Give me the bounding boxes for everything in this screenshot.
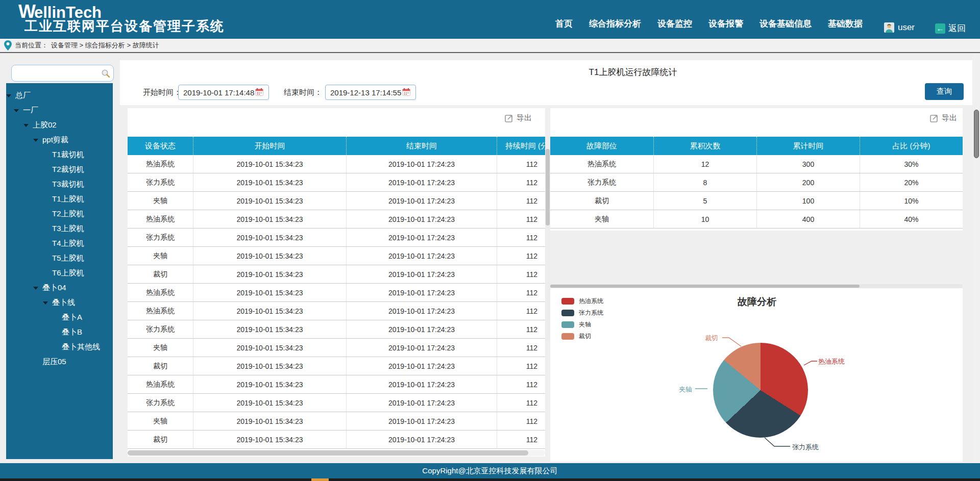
- table-cell: 112: [497, 247, 545, 265]
- nav-item-3[interactable]: 设备报警: [708, 18, 743, 30]
- tree-item[interactable]: T1裁切机: [6, 147, 113, 162]
- tree-item[interactable]: T2上胶机: [6, 207, 113, 221]
- left-table-v-scrollbar[interactable]: [545, 137, 550, 341]
- table-row[interactable]: 热油系统2019-10-01 15:34:232019-10-01 17:24:…: [128, 284, 545, 302]
- table-row[interactable]: 热油系统2019-10-01 15:34:232019-10-01 17:24:…: [128, 210, 545, 229]
- tree-item[interactable]: T6上胶机: [6, 266, 113, 281]
- table-row[interactable]: 热油系统2019-10-01 15:34:232019-10-01 17:24:…: [128, 302, 545, 320]
- nav-item-4[interactable]: 设备基础信息: [760, 18, 812, 30]
- right-panel-h-scrollbar[interactable]: [550, 284, 963, 288]
- tree-expand-arrow-icon[interactable]: [14, 109, 19, 112]
- tree-item[interactable]: 总厂: [6, 88, 113, 103]
- tree-item[interactable]: 叠卜线: [6, 295, 113, 310]
- table-cell: 2019-10-01 15:34:23: [193, 284, 346, 301]
- table-cell: 2019-10-01 15:34:23: [193, 247, 346, 265]
- table-cell: 2019-10-01 15:34:23: [193, 229, 346, 246]
- tree-item[interactable]: 叠卜其他线: [6, 340, 113, 355]
- tree-expand-arrow-icon[interactable]: [23, 124, 29, 127]
- tree-expand-arrow-icon[interactable]: [6, 94, 11, 97]
- table-cell: 2019-10-01 15:34:23: [193, 302, 346, 320]
- table-cell: 400: [756, 210, 860, 228]
- table-row[interactable]: 夹轴2019-10-01 15:34:232019-10-01 17:24:23…: [128, 247, 545, 265]
- nav-item-1[interactable]: 综合指标分析: [589, 18, 641, 30]
- left-table-h-thumb[interactable]: [128, 450, 528, 455]
- table-row[interactable]: 夹轴2019-10-01 15:34:232019-10-01 17:24:23…: [128, 192, 545, 210]
- column-header: 故障部位: [550, 137, 653, 155]
- nav-item-0[interactable]: 首页: [555, 18, 573, 30]
- tree-item-label: T6上胶机: [52, 268, 84, 278]
- tree-item[interactable]: 层压05: [6, 355, 113, 369]
- table-row[interactable]: 裁切2019-10-01 15:34:232019-10-01 17:24:23…: [128, 357, 545, 375]
- tree-item[interactable]: 上胶02: [6, 118, 113, 133]
- table-cell: 2019-10-01 15:34:23: [193, 192, 346, 210]
- tree-item[interactable]: ppt剪裁: [6, 133, 113, 147]
- tree-expand-arrow-icon[interactable]: [33, 287, 38, 290]
- tree-expand-arrow-icon[interactable]: [43, 301, 48, 305]
- table-row[interactable]: 裁切2019-10-01 15:34:232019-10-01 17:24:23…: [128, 431, 545, 449]
- nav-item-5[interactable]: 基础数据: [828, 18, 863, 30]
- left-table-h-scrollbar[interactable]: [128, 450, 545, 456]
- table-row[interactable]: 夹轴2019-10-01 15:34:232019-10-01 17:24:23…: [128, 412, 545, 431]
- table-cell: 12: [653, 155, 756, 173]
- table-header-row: 故障部位累积次数累计时间占比 (分钟): [550, 137, 963, 155]
- tree-item-label: 叠卜A: [62, 313, 82, 322]
- table-row[interactable]: 热油系统2019-10-01 15:34:232019-10-01 17:24:…: [128, 155, 545, 173]
- tree-item[interactable]: T3上胶机: [6, 221, 113, 236]
- tree-item-label: 叠卜04: [42, 283, 66, 293]
- tree-item[interactable]: T3裁切机: [6, 177, 113, 192]
- pie-leader-line: [765, 438, 790, 446]
- end-calendar-icon[interactable]: [402, 88, 410, 98]
- table-cell: 热油系统: [128, 284, 193, 301]
- tree-item-label: ppt剪裁: [42, 135, 68, 145]
- tree-expand-arrow-icon[interactable]: [33, 139, 38, 142]
- tree-item[interactable]: T1上胶机: [6, 192, 113, 207]
- tree-item[interactable]: T5上胶机: [6, 251, 113, 266]
- nav-item-2[interactable]: 设备监控: [657, 18, 692, 30]
- table-row[interactable]: 张力系统2019-10-01 15:34:232019-10-01 17:24:…: [128, 394, 545, 412]
- table-row[interactable]: 张力系统2019-10-01 15:34:232019-10-01 17:24:…: [128, 320, 545, 339]
- right-panel-h-thumb[interactable]: [550, 285, 860, 288]
- export-left-label: 导出: [517, 113, 532, 123]
- table-row[interactable]: 裁切2019-10-01 15:34:232019-10-01 17:24:23…: [128, 265, 545, 284]
- table-row[interactable]: 热油系统2019-10-01 15:34:232019-10-01 17:24:…: [128, 375, 545, 394]
- tree-item-label: T5上胶机: [52, 254, 84, 263]
- pie-slice-label: 裁切: [705, 334, 718, 343]
- taskbar-accent: [311, 478, 329, 481]
- table-cell: 2019-10-01 15:34:23: [193, 394, 346, 412]
- table-row[interactable]: 张力系统2019-10-01 15:34:232019-10-01 17:24:…: [128, 173, 545, 192]
- tree-item[interactable]: 一厂: [6, 103, 113, 118]
- column-header: 结束时间: [346, 137, 497, 155]
- table-cell: 112: [497, 155, 545, 173]
- page-vertical-scrollbar[interactable]: [973, 53, 980, 481]
- tree-item[interactable]: 叠卜A: [6, 310, 113, 325]
- back-button[interactable]: ← 返回: [935, 22, 966, 34]
- query-button[interactable]: 查询: [925, 83, 964, 100]
- device-tree: 总厂一厂上胶02ppt剪裁T1裁切机T2裁切机T3裁切机T1上胶机T2上胶机T3…: [6, 83, 113, 459]
- tree-item-label: T1裁切机: [52, 150, 84, 160]
- user-menu[interactable]: user: [884, 22, 915, 33]
- table-row[interactable]: 热油系统1230030%: [550, 155, 963, 173]
- back-arrow-icon: ←: [935, 23, 945, 34]
- tree-item[interactable]: T2裁切机: [6, 162, 113, 177]
- start-calendar-icon[interactable]: [255, 88, 263, 98]
- export-right-button[interactable]: 导出: [930, 113, 957, 123]
- table-cell: 112: [497, 357, 545, 375]
- page-vertical-thumb[interactable]: [974, 110, 979, 158]
- table-cell: 夹轴: [128, 192, 193, 210]
- export-left-button[interactable]: 导出: [505, 113, 532, 123]
- table-row[interactable]: 夹轴2019-10-01 15:34:232019-10-01 17:24:23…: [128, 339, 545, 357]
- tree-item[interactable]: 叠卜B: [6, 325, 113, 340]
- table-row[interactable]: 张力系统2019-10-01 15:34:232019-10-01 17:24:…: [128, 229, 545, 247]
- table-cell: 2019-10-01 17:24:23: [346, 339, 497, 357]
- left-table-v-thumb[interactable]: [546, 149, 550, 225]
- tree-item[interactable]: 叠卜04: [6, 281, 113, 295]
- table-row[interactable]: 夹轴1040040%: [550, 210, 963, 229]
- table-row[interactable]: 裁切510010%: [550, 192, 963, 210]
- table-row[interactable]: 张力系统820020%: [550, 173, 963, 192]
- table-cell: 裁切: [550, 192, 653, 210]
- tree-item[interactable]: T4上胶机: [6, 236, 113, 251]
- table-cell: 夹轴: [550, 210, 653, 228]
- search-icon[interactable]: [101, 69, 110, 80]
- search-input[interactable]: [16, 67, 99, 80]
- table-cell: 2019-10-01 17:24:23: [346, 229, 497, 246]
